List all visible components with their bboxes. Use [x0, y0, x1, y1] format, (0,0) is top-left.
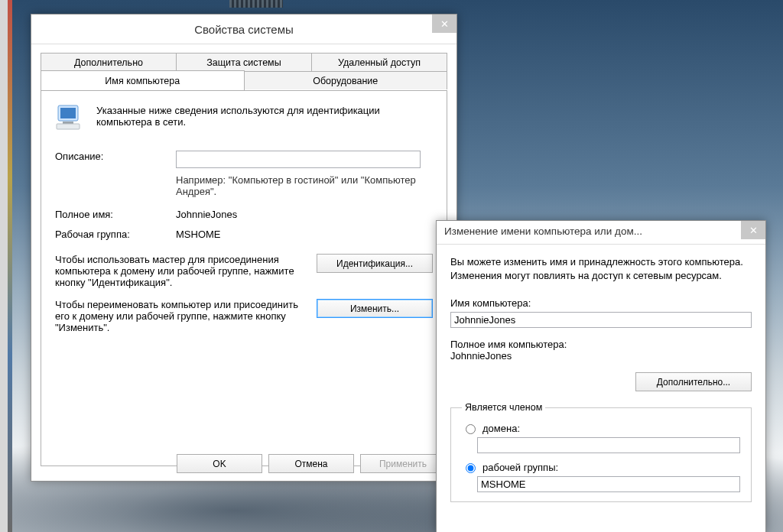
- member-legend: Является членом: [462, 402, 545, 413]
- workgroup-radio-label: рабочей группы:: [482, 462, 558, 473]
- workgroup-value: MSHOME: [176, 226, 433, 240]
- apply-button[interactable]: Применить: [360, 454, 446, 473]
- ok-button[interactable]: OK: [177, 454, 262, 473]
- description-input[interactable]: [176, 151, 421, 168]
- description-label: Описание:: [55, 148, 176, 162]
- close-icon[interactable]: ✕: [741, 221, 765, 239]
- fullname-value: JohnnieJones: [176, 206, 433, 220]
- change-button[interactable]: Изменить...: [317, 299, 433, 318]
- rename-text: Чтобы переименовать компьютер или присое…: [55, 299, 309, 333]
- tab-hardware[interactable]: Оборудование: [245, 71, 448, 89]
- computer-name-input[interactable]: [450, 312, 752, 328]
- wizard-text: Чтобы использовать мастер для присоедине…: [55, 254, 309, 288]
- workgroup-radio[interactable]: рабочей группы:: [462, 461, 740, 473]
- more-button[interactable]: Дополнительно...: [635, 372, 752, 391]
- window-title: Свойства системы: [194, 23, 294, 36]
- page-edge: [0, 0, 8, 532]
- domain-input: [477, 437, 740, 453]
- description-hint: Например: "Компьютер в гостиной" или "Ко…: [176, 174, 433, 197]
- titlebar[interactable]: Свойства системы ✕: [31, 15, 456, 44]
- fullname-label: Полное имя:: [55, 206, 176, 220]
- computer-name-label: Имя компьютера:: [450, 297, 752, 309]
- change-name-domain-window: Изменение имени компьютера или дом... ✕ …: [436, 220, 766, 532]
- tab-advanced[interactable]: Дополнительно: [41, 53, 177, 71]
- member-of-group: Является членом домена: рабочей группы:: [450, 402, 752, 502]
- identify-button[interactable]: Идентификация...: [317, 254, 433, 273]
- fullname-label: Полное имя компьютера:: [450, 339, 752, 350]
- tab-system-protection[interactable]: Защита системы: [177, 53, 312, 71]
- titlebar[interactable]: Изменение имени компьютера или дом... ✕: [437, 221, 765, 245]
- close-icon[interactable]: ✕: [432, 15, 456, 33]
- tab-remote[interactable]: Удаленный доступ: [312, 53, 447, 71]
- domain-radio-label: домена:: [482, 423, 520, 434]
- computer-icon: [55, 103, 86, 135]
- page-edge-strip: [8, 0, 12, 532]
- window-title: Изменение имени компьютера или дом...: [444, 225, 642, 237]
- tab-control: Дополнительно Защита системы Удаленный д…: [31, 44, 456, 466]
- svg-rect-1: [60, 108, 76, 118]
- intro-text: Вы можете изменить имя и принадлежность …: [450, 255, 752, 282]
- header-fragment: [229, 0, 283, 8]
- tab-page-computer-name: Указанные ниже сведения используются для…: [41, 90, 447, 466]
- domain-radio-input[interactable]: [466, 424, 476, 434]
- domain-radio[interactable]: домена:: [462, 422, 740, 434]
- workgroup-radio-input[interactable]: [466, 463, 476, 473]
- fullname-value: JohnnieJones: [450, 350, 752, 362]
- cancel-button[interactable]: Отмена: [268, 454, 354, 473]
- intro-text: Указанные ниже сведения используются для…: [96, 103, 433, 135]
- system-properties-window: Свойства системы ✕ Дополнительно Защита …: [31, 14, 457, 482]
- tab-computer-name[interactable]: Имя компьютера: [41, 70, 245, 90]
- workgroup-input[interactable]: [477, 476, 740, 492]
- dialog-footer: OK Отмена Применить: [177, 454, 446, 473]
- svg-rect-3: [57, 124, 80, 129]
- workgroup-label: Рабочая группа:: [55, 226, 176, 240]
